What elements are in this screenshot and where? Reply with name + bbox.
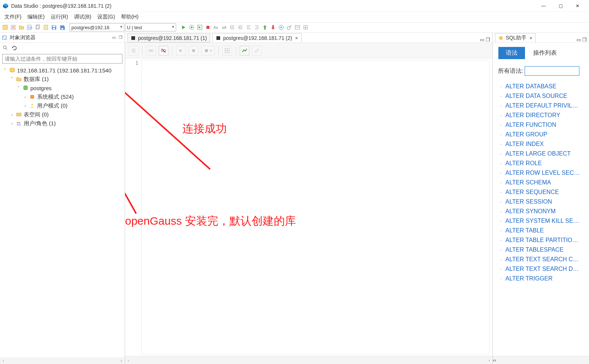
copy-icon[interactable] (34, 24, 41, 31)
sql-syntax-item[interactable]: ·ALTER TABLESPACE (498, 245, 588, 255)
chevron-down-icon[interactable]: ˅ (2, 67, 8, 73)
export-icon[interactable] (302, 24, 309, 31)
sql-syntax-item[interactable]: ·ALTER DIRECTORY (498, 110, 588, 120)
run-selected-icon[interactable] (188, 24, 195, 31)
tree-server-node[interactable]: ˅ 192.168.181.71 (192.168.181.71:1540 (0, 66, 125, 75)
menu-edit[interactable]: 编辑(E) (24, 12, 48, 22)
sql-syntax-item[interactable]: ·ALTER SYSTEM KILL SE… (498, 216, 588, 226)
scroll-right-icon[interactable]: › (486, 357, 492, 364)
chevron-right-icon[interactable]: › (22, 103, 28, 109)
run-icon[interactable] (180, 24, 187, 31)
align-right-icon[interactable] (253, 24, 260, 31)
sql-syntax-item[interactable]: ·ALTER SCHEMA (498, 178, 588, 187)
scroll-right-icon[interactable]: › (118, 357, 125, 364)
chevron-down-icon[interactable]: ˅ (16, 85, 21, 91)
close-icon[interactable]: × (295, 35, 298, 41)
tree-db-node[interactable]: ˅ postgres (0, 84, 125, 92)
panel-minimize-icon[interactable]: ▭ (480, 37, 484, 42)
filter-input[interactable] (2, 54, 122, 64)
sql-syntax-item[interactable]: ·ALTER SYNONYM (498, 207, 588, 216)
subtab-syntax[interactable]: 语法 (498, 47, 525, 59)
editor-tab-1[interactable]: postgres@192.168.181.71 (1) (127, 33, 210, 42)
format-icon[interactable]: Aa (212, 24, 220, 31)
menu-debug[interactable]: 调试(B) (71, 12, 94, 22)
panel-restore-icon[interactable]: ❐ (118, 35, 123, 40)
panel-restore-icon[interactable]: ❐ (582, 37, 587, 42)
sql-syntax-item[interactable]: ·ALTER TRIGGER (498, 274, 588, 283)
sql-syntax-item[interactable]: ·ALTER INDEX (498, 139, 588, 149)
sql-syntax-item[interactable]: ·ALTER FUNCTION (498, 120, 588, 130)
tree-user-schema-node[interactable]: › 用户模式 (0) (0, 101, 125, 110)
commit-icon[interactable] (261, 24, 269, 31)
code-textarea[interactable] (141, 60, 489, 354)
search-icon[interactable] (2, 45, 9, 51)
sql-helper-panel: ? SQL助手 × ▭ ❐ 语法 操作列表 所有语法: ·ALTER DATAB… (493, 33, 589, 364)
menu-file[interactable]: 文件(F) (1, 12, 24, 22)
tree-databases-node[interactable]: ˅ 数据库 (1) (0, 75, 125, 84)
sql-syntax-item[interactable]: ·ALTER SESSION (498, 197, 588, 207)
sql-syntax-item[interactable]: ·ALTER DATA SOURCE (498, 91, 588, 101)
sql-syntax-item[interactable]: ·ALTER GROUP (498, 130, 588, 139)
sql-helper-tab[interactable]: ? SQL助手 × (495, 33, 536, 42)
sql-syntax-item[interactable]: ·ALTER TABLE (498, 226, 588, 235)
new-sql-icon[interactable]: SQL (26, 24, 33, 31)
close-icon[interactable]: × (529, 35, 532, 41)
et-break-button[interactable] (159, 46, 168, 55)
indent-icon[interactable] (229, 24, 236, 31)
scroll-left-icon[interactable]: ‹ (0, 357, 7, 364)
sql-syntax-item[interactable]: ·ALTER TABLE PARTITIO… (498, 235, 588, 245)
connection-combo[interactable]: postgres@192.16 (70, 23, 124, 31)
remove-conn-icon[interactable] (10, 24, 17, 31)
uppercase-icon[interactable]: aA (221, 24, 228, 31)
refresh-icon[interactable] (11, 45, 18, 51)
chevron-down-icon[interactable]: ˅ (9, 76, 15, 82)
outdent-icon[interactable] (237, 24, 244, 31)
tree-system-schema-node[interactable]: › 系统模式 (524) (0, 92, 125, 101)
align-left-icon[interactable] (245, 24, 252, 31)
tree-tablespaces-node[interactable]: › 表空间 (0) (0, 110, 125, 119)
editor-tab-2[interactable]: postgres@192.168.181.71 (2) × (212, 33, 301, 42)
menu-help[interactable]: 帮助(H) (118, 12, 141, 22)
stop-icon[interactable] (204, 24, 212, 31)
window-close-button[interactable]: ✕ (569, 0, 586, 12)
svg-marker-15 (182, 25, 185, 29)
tree-users-roles-node[interactable]: › 用户/角色 (1) (0, 119, 125, 128)
paste-icon[interactable] (42, 24, 50, 31)
run-new-icon[interactable] (196, 24, 203, 31)
sql-helper-hscrollbar[interactable]: ‹ › (493, 356, 589, 364)
chevron-right-icon[interactable]: › (22, 94, 28, 100)
explain-icon[interactable] (277, 24, 285, 31)
object-browser-hscrollbar[interactable]: ‹ › (0, 357, 125, 364)
window-minimize-button[interactable]: — (535, 0, 552, 12)
subtab-operations[interactable]: 操作列表 (525, 47, 565, 59)
menu-settings[interactable]: 设置(G) (94, 12, 118, 22)
sql-syntax-item[interactable]: ·ALTER ROLE (498, 159, 588, 168)
new-conn-icon[interactable] (1, 24, 9, 31)
sql-syntax-item[interactable]: ·ALTER TEXT SEARCH C… (498, 255, 588, 264)
rollback-icon[interactable] (269, 24, 277, 31)
editor-hscrollbar[interactable]: ‹ › (125, 356, 492, 364)
scroll-left-icon[interactable]: ‹ (125, 357, 132, 364)
chevron-right-icon[interactable]: › (9, 120, 15, 126)
panel-minimize-icon[interactable]: ▭ (576, 37, 581, 42)
panel-restore-icon[interactable]: ❐ (486, 37, 490, 42)
window-maximize-button[interactable]: ▢ (552, 0, 569, 12)
menu-run[interactable]: 运行(R) (48, 12, 71, 22)
sql-syntax-item[interactable]: ·ALTER DEFAULT PRIVIL… (498, 101, 588, 110)
save-icon[interactable] (50, 24, 58, 31)
sql-syntax-item[interactable]: ·ALTER ROW LEVEL SEC… (498, 168, 588, 178)
et-chart-button[interactable] (240, 46, 249, 55)
sql-filter-input[interactable] (525, 66, 579, 76)
scroll-right-icon[interactable]: › (494, 357, 496, 363)
sql-syntax-item[interactable]: ·ALTER DATABASE (498, 82, 588, 91)
explain-analyze-icon[interactable] (286, 24, 293, 31)
sql-syntax-item[interactable]: ·ALTER SEQUENCE (498, 187, 588, 197)
panel-minimize-icon[interactable]: ▭ (111, 35, 117, 40)
sql-syntax-item[interactable]: ·ALTER LARGE OBJECT (498, 149, 588, 159)
save-all-icon[interactable] (58, 24, 66, 31)
chevron-right-icon[interactable]: › (9, 112, 15, 118)
schema-combo[interactable]: U | test (125, 23, 176, 31)
sql-syntax-item[interactable]: ·ALTER TEXT SEARCH D… (498, 264, 588, 274)
plan-icon[interactable] (294, 24, 301, 31)
open-icon[interactable] (18, 24, 25, 31)
